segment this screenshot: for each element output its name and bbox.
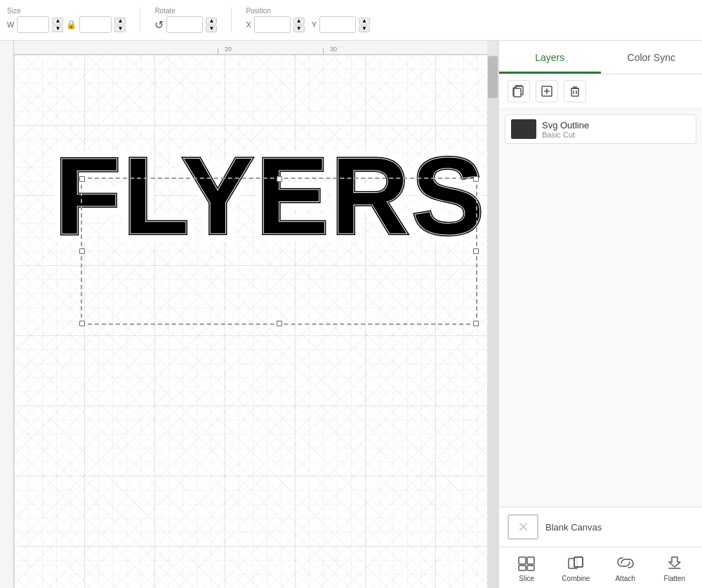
layers-content: Svg Outline Basic Cut xyxy=(499,109,702,507)
x-input[interactable] xyxy=(254,16,291,33)
layer-info: Svg Outline Basic Cut xyxy=(542,120,589,139)
flatten-action[interactable]: Flatten xyxy=(656,553,693,582)
rotate-up-btn[interactable]: ▲ xyxy=(206,18,217,25)
ruler-tick-20 xyxy=(218,48,218,54)
attach-icon xyxy=(616,553,635,573)
x-up-btn[interactable]: ▲ xyxy=(293,18,305,25)
toolbar: Size W ▲ ▼ 🔒 ▲ ▼ Rotate ↺ ▲ ▼ xyxy=(0,0,702,41)
ruler-mark-30: 30 xyxy=(330,46,337,53)
width-down-btn[interactable]: ▼ xyxy=(52,25,63,32)
size-inputs: W ▲ ▼ 🔒 ▲ ▼ xyxy=(7,16,126,33)
slice-label: Slice xyxy=(519,575,534,582)
height-up-btn[interactable]: ▲ xyxy=(114,18,126,25)
rotate-icon: ↺ xyxy=(154,18,164,32)
rotate-stepper: ▲ ▼ xyxy=(206,18,217,32)
rotate-inputs: ↺ ▲ ▼ xyxy=(154,16,217,33)
y-stepper: ▲ ▼ xyxy=(359,18,370,32)
rotate-label: Rotate xyxy=(154,7,175,15)
delete-btn[interactable] xyxy=(564,80,586,102)
y-down-btn[interactable]: ▼ xyxy=(359,25,370,32)
size-group: Size W ▲ ▼ 🔒 ▲ ▼ xyxy=(7,7,126,33)
panel-tabs: Layers Color Sync xyxy=(499,41,702,74)
handle-br[interactable] xyxy=(473,321,479,326)
position-group: Position X ▲ ▼ Y ▲ ▼ xyxy=(246,7,370,33)
ruler-vertical xyxy=(0,41,14,588)
svg-rect-18 xyxy=(574,557,583,567)
flatten-icon xyxy=(665,553,684,573)
svg-rect-10 xyxy=(571,88,578,96)
canvas-area[interactable]: 20 30 FLYERS FLYERS FLYERS xyxy=(0,41,498,588)
rotate-group: Rotate ↺ ▲ ▼ xyxy=(154,7,217,33)
position-label: Position xyxy=(246,7,271,15)
slice-icon xyxy=(517,553,536,573)
combine-label: Combine xyxy=(562,575,590,582)
panel-bottom: ✕ Blank Canvas xyxy=(499,507,702,547)
position-inputs: X ▲ ▼ Y ▲ ▼ xyxy=(246,16,370,33)
blank-canvas-label: Blank Canvas xyxy=(545,522,602,533)
divider-2 xyxy=(231,8,232,33)
svg-rect-13 xyxy=(519,557,526,564)
duplicate-btn[interactable] xyxy=(508,80,530,102)
combine-icon xyxy=(566,553,585,573)
grid-canvas[interactable]: FLYERS FLYERS FLYERS xyxy=(14,55,487,588)
delete-icon xyxy=(569,85,581,98)
x-down-btn[interactable]: ▼ xyxy=(293,25,305,32)
add-icon xyxy=(541,85,553,98)
svg-rect-16 xyxy=(527,566,534,570)
svg-rect-14 xyxy=(527,557,534,564)
layer-name: Svg Outline xyxy=(542,120,589,131)
svg-rect-6 xyxy=(514,88,521,97)
tab-color-sync-label: Color Sync xyxy=(628,52,675,63)
add-btn[interactable] xyxy=(536,80,558,102)
handle-bl[interactable] xyxy=(79,321,85,326)
right-panel: Layers Color Sync xyxy=(498,41,702,588)
scrollbar-thumb[interactable] xyxy=(488,56,498,98)
height-down-btn[interactable]: ▼ xyxy=(114,25,126,32)
width-input[interactable] xyxy=(17,16,49,33)
tab-layers-label: Layers xyxy=(535,52,564,63)
w-label: W xyxy=(7,20,14,29)
ruler-mark-20: 20 xyxy=(225,46,232,53)
lock-icon[interactable]: 🔒 xyxy=(66,20,77,29)
blank-canvas-thumb: ✕ xyxy=(508,514,538,540)
handle-bm[interactable] xyxy=(277,321,282,326)
combine-action[interactable]: Combine xyxy=(557,553,594,582)
tab-layers[interactable]: Layers xyxy=(499,41,601,74)
ruler-horizontal: 20 30 xyxy=(0,41,487,55)
y-input[interactable] xyxy=(319,16,356,33)
blank-canvas-x-icon: ✕ xyxy=(517,519,529,535)
flyers-artwork[interactable]: FLYERS FLYERS FLYERS xyxy=(53,111,487,254)
x-stepper: ▲ ▼ xyxy=(293,18,305,32)
main-area: 20 30 FLYERS FLYERS FLYERS xyxy=(0,41,702,588)
duplicate-icon xyxy=(512,85,525,98)
divider-1 xyxy=(140,8,140,33)
flatten-label: Flatten xyxy=(664,575,686,582)
y-label: Y xyxy=(312,20,317,29)
rotate-input[interactable] xyxy=(166,16,203,33)
width-stepper: ▲ ▼ xyxy=(52,18,63,32)
slice-action[interactable]: Slice xyxy=(508,553,545,582)
svg-text:FLYERS: FLYERS xyxy=(54,135,486,251)
blank-canvas-item[interactable]: ✕ Blank Canvas xyxy=(508,514,694,540)
svg-rect-15 xyxy=(519,566,526,570)
x-label: X xyxy=(246,20,251,29)
width-up-btn[interactable]: ▲ xyxy=(52,18,63,25)
attach-label: Attach xyxy=(615,575,635,582)
height-input[interactable] xyxy=(79,16,112,33)
attach-action[interactable]: Attach xyxy=(607,553,644,582)
layer-thumbnail xyxy=(511,119,536,139)
rotate-down-btn[interactable]: ▼ xyxy=(206,25,217,32)
panel-toolbar xyxy=(499,74,702,109)
y-up-btn[interactable]: ▲ xyxy=(359,18,370,25)
bottom-action-bar: Slice Combine xyxy=(499,547,702,588)
height-stepper: ▲ ▼ xyxy=(114,18,126,32)
size-label: Size xyxy=(7,7,20,15)
layer-item[interactable]: Svg Outline Basic Cut xyxy=(505,114,696,144)
scrollbar-vertical[interactable] xyxy=(487,55,498,588)
tab-color-sync[interactable]: Color Sync xyxy=(601,41,703,74)
layer-type: Basic Cut xyxy=(542,131,589,139)
ruler-tick-30 xyxy=(323,48,324,54)
